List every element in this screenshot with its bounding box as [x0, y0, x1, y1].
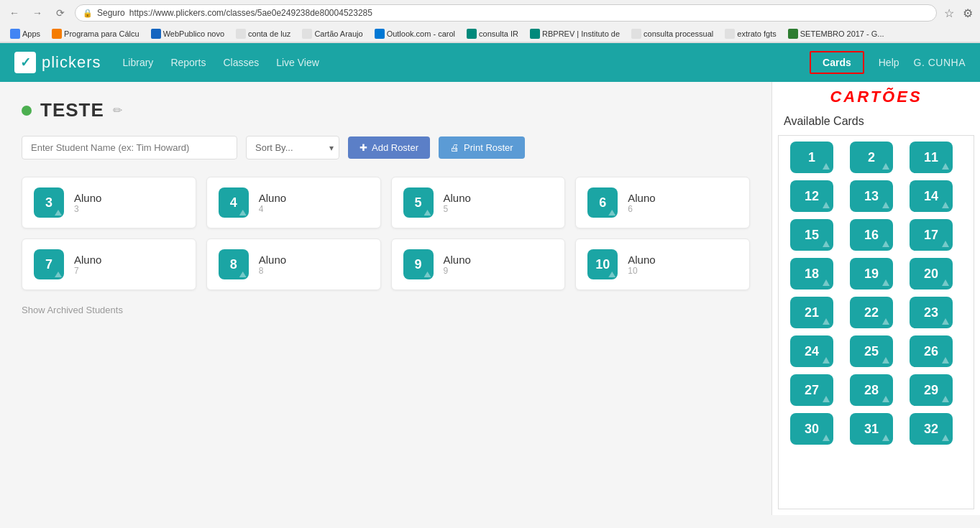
card-chip-21[interactable]: 21 — [790, 297, 833, 328]
cards-scroll-area[interactable]: 1211121314151617181920212223242526272829… — [778, 135, 974, 509]
student-number-badge: 10 — [587, 249, 618, 279]
card-chip-28[interactable]: 28 — [850, 374, 893, 406]
student-number-badge: 6 — [587, 187, 618, 218]
cards-row: 212223 — [790, 297, 962, 328]
card-chip-30[interactable]: 30 — [790, 413, 833, 445]
student-card[interactable]: 7 Aluno 7 — [22, 238, 196, 290]
add-roster-icon: ✚ — [360, 142, 367, 153]
students-grid: 3 Aluno 3 4 Aluno 4 5 Aluno 5 6 Aluno 6 … — [22, 177, 750, 290]
student-card[interactable]: 3 Aluno 3 — [22, 177, 196, 228]
reload-button[interactable]: ⟳ — [52, 4, 69, 22]
bookmark-star[interactable]: ☆ — [943, 5, 956, 22]
app-header: ✓ plickers Library Reports Classes Live … — [0, 43, 980, 82]
student-card[interactable]: 8 Aluno 8 — [206, 238, 381, 290]
card-chip-27[interactable]: 27 — [790, 374, 833, 406]
conta-favicon — [236, 29, 246, 39]
cards-button[interactable]: Cards — [810, 51, 864, 74]
bookmark-conta[interactable]: conta de luz — [232, 27, 295, 40]
bookmark-setembro[interactable]: SETEMBRO 2017 - G... — [784, 27, 889, 40]
nav-library[interactable]: Library — [123, 57, 154, 68]
card-chip-25[interactable]: 25 — [850, 335, 893, 367]
bookmark-cartao[interactable]: Cartão Araujo — [298, 27, 367, 40]
card-chip-18[interactable]: 18 — [790, 258, 833, 290]
back-button[interactable]: ← — [6, 4, 23, 22]
right-panel: CARTÕES Available Cards 1211121314151617… — [771, 82, 980, 515]
student-name: Aluno — [259, 192, 286, 204]
bookmark-conta-label: conta de luz — [248, 29, 290, 38]
nav-reports[interactable]: Reports — [170, 57, 206, 68]
apps-favicon — [10, 29, 20, 39]
card-chip-29[interactable]: 29 — [910, 374, 953, 406]
bookmark-programa[interactable]: Programa para Cálcu — [47, 27, 144, 40]
card-chip-23[interactable]: 23 — [910, 297, 953, 328]
student-card[interactable]: 6 Aluno 6 — [575, 177, 750, 228]
extensions-icon[interactable]: ⚙ — [961, 5, 974, 22]
bookmark-rbprev-label: RBPREV | Instituto de — [542, 29, 620, 38]
card-chip-22[interactable]: 22 — [850, 297, 893, 328]
card-chip-1[interactable]: 1 — [790, 142, 833, 173]
student-number-badge: 5 — [403, 187, 434, 218]
student-name: Aluno — [444, 254, 471, 266]
bookmark-consultaIR-label: consulta IR — [479, 29, 518, 38]
card-chip-15[interactable]: 15 — [790, 219, 833, 251]
student-card[interactable]: 5 Aluno 5 — [391, 177, 566, 228]
bookmark-fgts-label: extrato fgts — [737, 29, 776, 38]
student-name-input[interactable] — [22, 136, 237, 159]
browser-toolbar: ← → ⟳ 🔒 Seguro https://www.plickers.com/… — [0, 0, 980, 26]
student-number-sub: 3 — [74, 204, 101, 214]
logo-check-icon: ✓ — [14, 52, 36, 73]
student-number-sub: 5 — [444, 204, 471, 214]
class-title: TESTE — [40, 99, 104, 121]
bookmark-consultaIR[interactable]: consulta IR — [462, 27, 523, 40]
add-roster-button[interactable]: ✚ Add Roster — [348, 136, 430, 159]
card-chip-20[interactable]: 20 — [910, 258, 953, 290]
card-chip-31[interactable]: 31 — [850, 413, 893, 445]
address-bar[interactable]: 🔒 Seguro https://www.plickers.com/classe… — [75, 4, 937, 22]
card-chip-32[interactable]: 32 — [910, 413, 953, 445]
card-chip-2[interactable]: 2 — [850, 142, 893, 173]
forward-button[interactable]: → — [29, 4, 46, 22]
webpublico-favicon — [151, 29, 161, 39]
card-chip-17[interactable]: 17 — [910, 219, 953, 251]
card-chip-11[interactable]: 11 — [910, 142, 953, 173]
programa-favicon — [52, 29, 62, 39]
class-title-row: TESTE ✏ — [22, 99, 750, 121]
help-link[interactable]: Help — [879, 57, 899, 68]
student-name: Aluno — [259, 254, 286, 266]
nav-liveview[interactable]: Live View — [276, 57, 319, 68]
card-chip-14[interactable]: 14 — [910, 180, 953, 212]
bookmark-fgts[interactable]: extrato fgts — [720, 27, 780, 40]
controls-row: Sort By... Name A-Z Name Z-A Number ✚ Ad… — [22, 136, 750, 159]
bookmark-outlook[interactable]: Outlook.com - carol — [370, 27, 459, 40]
student-card[interactable]: 4 Aluno 4 — [206, 177, 381, 228]
student-card[interactable]: 10 Aluno 10 — [575, 238, 750, 290]
print-roster-icon: 🖨 — [450, 142, 459, 153]
outlook-favicon — [375, 29, 385, 39]
status-dot — [22, 106, 32, 116]
bookmark-processual[interactable]: consulta processual — [627, 27, 718, 40]
nav-classes[interactable]: Classes — [223, 57, 259, 68]
card-chip-19[interactable]: 19 — [850, 258, 893, 290]
bookmark-apps[interactable]: Apps — [6, 27, 45, 40]
card-chip-12[interactable]: 12 — [790, 180, 833, 212]
student-number-sub: 10 — [628, 266, 655, 276]
card-chip-24[interactable]: 24 — [790, 335, 833, 367]
sort-select[interactable]: Sort By... Name A-Z Name Z-A Number — [246, 136, 339, 159]
student-info: Aluno 8 — [259, 254, 286, 276]
student-number-badge: 4 — [219, 187, 249, 218]
card-chip-13[interactable]: 13 — [850, 180, 893, 212]
bookmark-webpublico-label: WebPublico novo — [163, 29, 224, 38]
card-chip-16[interactable]: 16 — [850, 219, 893, 251]
show-archived-link[interactable]: Show Archived Students — [22, 305, 750, 315]
edit-icon[interactable]: ✏ — [113, 103, 122, 117]
cartoes-label: CARTÕES — [772, 82, 980, 109]
student-name: Aluno — [74, 254, 101, 266]
student-info: Aluno 4 — [259, 192, 286, 214]
bookmark-webpublico[interactable]: WebPublico novo — [147, 27, 229, 40]
card-chip-26[interactable]: 26 — [910, 335, 953, 367]
bookmark-rbprev[interactable]: RBPREV | Instituto de — [526, 27, 624, 40]
student-card[interactable]: 9 Aluno 9 — [391, 238, 566, 290]
main-content: TESTE ✏ Sort By... Name A-Z Name Z-A Num… — [0, 82, 980, 515]
print-roster-button[interactable]: 🖨 Print Roster — [439, 136, 525, 159]
security-label: Seguro — [97, 8, 125, 18]
